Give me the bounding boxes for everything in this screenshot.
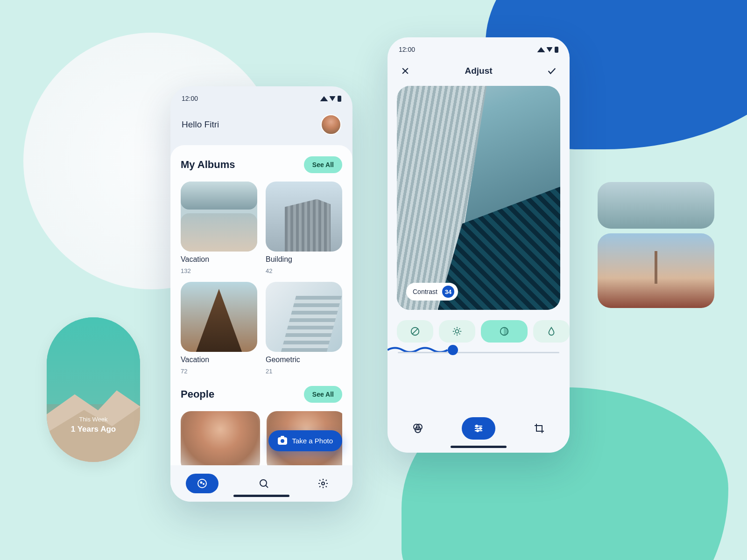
album-count: 72 xyxy=(181,368,257,375)
camera-icon xyxy=(278,437,287,445)
svg-point-10 xyxy=(455,329,458,333)
album-name: Vacation xyxy=(181,356,257,364)
home-indicator xyxy=(451,446,507,448)
album-name: Building xyxy=(266,255,342,264)
brightness-icon xyxy=(452,326,462,336)
slider-thumb[interactable] xyxy=(448,345,458,355)
nav-search-button[interactable] xyxy=(250,474,278,493)
see-all-albums-button[interactable]: See All xyxy=(304,156,342,173)
deco-thumb-building xyxy=(598,182,714,229)
album-item[interactable]: Vacation 72 xyxy=(181,282,257,375)
svg-line-17 xyxy=(454,334,455,335)
status-bar: 12:00 xyxy=(170,86,352,107)
nav-crop-button[interactable] xyxy=(522,417,556,440)
svg-line-16 xyxy=(459,334,460,335)
close-button[interactable] xyxy=(399,64,412,77)
contrast-indicator: Contrast 34 xyxy=(406,283,458,301)
album-count: 132 xyxy=(181,267,257,274)
check-icon xyxy=(547,66,557,76)
contrast-icon xyxy=(499,326,509,336)
tool-brightness-button[interactable] xyxy=(439,320,475,343)
svg-point-26 xyxy=(476,425,478,427)
gear-icon xyxy=(317,478,329,489)
section-title-albums: My Albums xyxy=(181,159,235,171)
svg-point-0 xyxy=(198,479,206,488)
bottom-nav xyxy=(170,465,352,502)
memory-card[interactable]: This Week 1 Years Ago xyxy=(47,317,140,462)
status-time: 12:00 xyxy=(182,95,198,102)
album-name: Geometric xyxy=(266,356,342,364)
album-count: 42 xyxy=(266,267,342,274)
svg-line-4 xyxy=(266,485,268,488)
take-photo-button[interactable]: Take a Photo xyxy=(268,430,342,451)
memory-label: This Week xyxy=(79,416,107,423)
tool-saturation-button[interactable] xyxy=(533,320,570,343)
album-name: Vacation xyxy=(181,255,257,264)
home-indicator xyxy=(233,495,289,497)
close-icon xyxy=(401,66,410,76)
tool-auto-button[interactable] xyxy=(397,320,433,343)
tool-contrast-button[interactable] xyxy=(481,320,528,343)
svg-point-3 xyxy=(260,480,267,486)
screen-title: Adjust xyxy=(465,66,492,76)
wifi-icon xyxy=(546,47,553,52)
status-icons xyxy=(321,96,341,102)
svg-point-1 xyxy=(201,482,202,483)
contrast-label: Contrast xyxy=(413,288,437,295)
edit-bottom-nav xyxy=(388,408,570,453)
svg-point-27 xyxy=(479,427,481,429)
svg-point-2 xyxy=(203,483,204,484)
adjust-slider[interactable] xyxy=(388,349,570,363)
svg-line-18 xyxy=(459,329,460,329)
svg-line-15 xyxy=(454,329,455,329)
contrast-value: 34 xyxy=(442,286,454,298)
adjust-header: Adjust xyxy=(388,58,570,86)
album-thumbnail xyxy=(266,282,342,352)
phone-home-screen: 12:00 Hello Fitri My Albums See All Vaca… xyxy=(170,86,352,502)
album-item[interactable]: Building 42 xyxy=(266,182,342,274)
crop-icon xyxy=(534,423,545,434)
filters-icon xyxy=(412,423,423,434)
droplet-icon xyxy=(546,326,557,336)
search-icon xyxy=(258,478,269,489)
svg-point-28 xyxy=(477,430,479,432)
gallery-icon xyxy=(197,478,208,489)
decorative-thumbnails xyxy=(598,182,714,308)
memory-title: 1 Years Ago xyxy=(71,425,116,434)
album-item[interactable]: Geometric 21 xyxy=(266,282,342,375)
nav-filters-button[interactable] xyxy=(401,417,435,440)
album-count: 21 xyxy=(266,368,342,375)
nav-gallery-button[interactable] xyxy=(186,474,218,493)
confirm-button[interactable] xyxy=(545,64,558,77)
album-item[interactable]: Vacation 132 xyxy=(181,182,257,274)
battery-icon xyxy=(338,96,341,102)
section-title-people: People xyxy=(181,388,214,400)
albums-grid: Vacation 132 Building 42 Vacation 72 Geo… xyxy=(181,182,342,375)
status-time: 12:00 xyxy=(399,46,415,53)
status-bar: 12:00 xyxy=(388,37,570,58)
deco-thumb-hammock xyxy=(598,233,714,308)
see-all-people-button[interactable]: See All xyxy=(304,386,342,403)
slider-track xyxy=(398,352,559,353)
album-thumbnail xyxy=(266,182,342,252)
album-thumbnail xyxy=(181,282,257,352)
greeting-text: Hello Fitri xyxy=(182,119,219,130)
main-panel: My Albums See All Vacation 132 Building … xyxy=(170,145,352,502)
battery-icon xyxy=(555,47,558,53)
svg-point-5 xyxy=(322,482,324,485)
auto-icon xyxy=(410,326,420,336)
adjust-tools-row[interactable] xyxy=(388,310,570,349)
avatar[interactable] xyxy=(321,114,341,135)
nav-settings-button[interactable] xyxy=(309,474,337,493)
fab-label: Take a Photo xyxy=(292,437,333,445)
svg-line-9 xyxy=(412,329,418,335)
album-thumbnail xyxy=(181,182,257,252)
person-thumbnail[interactable] xyxy=(181,411,260,472)
status-icons xyxy=(538,47,558,53)
phone-adjust-screen: 12:00 Adjust Contrast 34 xyxy=(388,37,570,453)
cellular-icon xyxy=(320,96,328,101)
sliders-icon xyxy=(473,423,484,434)
cellular-icon xyxy=(537,47,545,52)
editing-image-preview[interactable]: Contrast 34 xyxy=(397,86,560,310)
nav-adjust-button[interactable] xyxy=(462,417,495,440)
